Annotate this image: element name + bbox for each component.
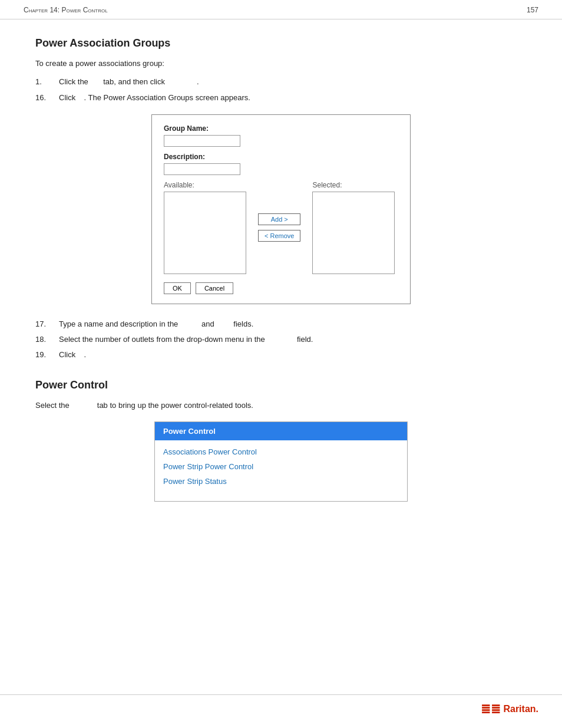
group-name-input[interactable]	[164, 135, 240, 147]
section2-intro: Select the tab to bring up the power con…	[35, 400, 527, 412]
dialog-container: Group Name: Description: Available: Add …	[35, 114, 527, 304]
power-strip-status-link[interactable]: Power Strip Status	[163, 477, 399, 486]
description-input[interactable]	[164, 163, 240, 175]
group-name-label: Group Name:	[164, 124, 398, 133]
remove-button[interactable]: < Remove	[258, 230, 300, 242]
logo-text: Raritan.	[503, 704, 538, 714]
available-label: Available:	[164, 181, 246, 189]
description-label: Description:	[164, 153, 398, 161]
main-content: Power Association Groups To create a pow…	[0, 19, 562, 525]
power-association-groups-section: Power Association Groups To create a pow…	[35, 37, 527, 361]
associations-power-control-link[interactable]: Associations Power Control	[163, 447, 399, 456]
step-16: 16. Click . The Power Association Groups…	[35, 92, 527, 104]
steps-after-list: 17. Type a name and description in the a…	[35, 318, 527, 361]
power-association-dialog: Group Name: Description: Available: Add …	[151, 114, 411, 304]
pc-menu-items: Associations Power Control Power Strip P…	[155, 440, 407, 501]
power-strip-power-control-link[interactable]: Power Strip Power Control	[163, 462, 399, 471]
section2-heading: Power Control	[35, 379, 527, 391]
selected-label: Selected:	[312, 181, 395, 189]
selected-col: Selected:	[312, 181, 395, 274]
raritan-logo: ≣≣ Raritan.	[481, 702, 538, 716]
section1-heading: Power Association Groups	[35, 37, 527, 50]
page-header: Chapter 14: Power Control 157	[0, 0, 562, 19]
power-control-menu-box: Power Control Associations Power Control…	[154, 421, 408, 502]
transfer-buttons: Add > < Remove	[252, 181, 306, 274]
chapter-title: Chapter 14: Power Control	[24, 6, 108, 14]
add-button[interactable]: Add >	[258, 213, 300, 225]
step-19: 19. Click .	[35, 349, 527, 361]
page-footer: ≣≣ Raritan.	[0, 694, 562, 716]
step-17: 17. Type a name and description in the a…	[35, 318, 527, 331]
step-18: 18. Select the number of outlets from th…	[35, 334, 527, 346]
page-number: 157	[527, 6, 538, 14]
pc-menu-container: Power Control Associations Power Control…	[35, 421, 527, 502]
selected-listbox[interactable]	[312, 192, 395, 274]
ok-button[interactable]: OK	[164, 282, 191, 294]
available-col: Available:	[164, 181, 246, 274]
step-1: 1. Click the tab, and then click .	[35, 76, 527, 88]
available-listbox[interactable]	[164, 192, 246, 274]
available-selected-row: Available: Add > < Remove Selected:	[164, 181, 398, 274]
steps-before-list: 1. Click the tab, and then click . 16. C…	[35, 76, 527, 104]
logo-icon: ≣≣	[481, 702, 501, 716]
section1-intro: To create a power associations group:	[35, 58, 527, 70]
pc-menu-header: Power Control	[155, 422, 407, 440]
power-control-section: Power Control Select the tab to bring up…	[35, 379, 527, 502]
cancel-button[interactable]: Cancel	[196, 282, 233, 294]
dialog-footer: OK Cancel	[164, 282, 398, 294]
